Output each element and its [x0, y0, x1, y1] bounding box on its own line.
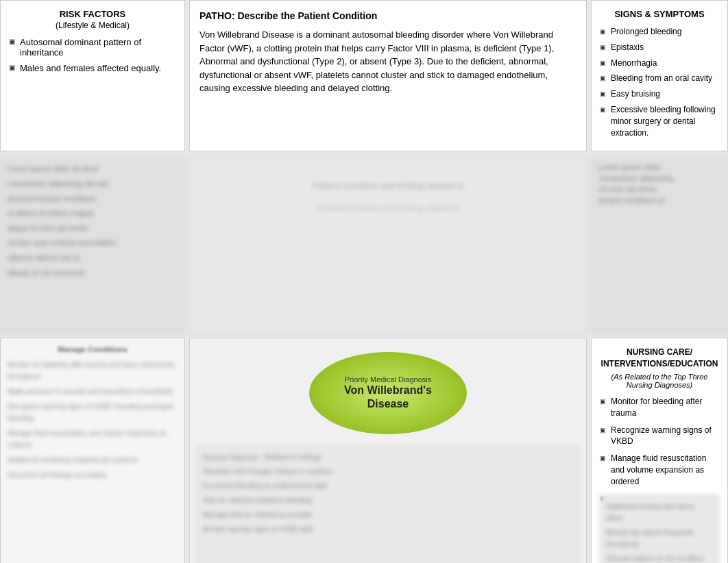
middle-row: Lorem ipsum dolor sit amet consectetur a… [0, 155, 728, 334]
list-item: Monitor for bleeding after trauma [600, 396, 719, 419]
disease-name: Von Willebrand'sDisease [344, 384, 432, 412]
bottom-left-header: Manage Conditions [8, 345, 178, 353]
blur-content-right: Lorem ipsum dolor consectetur adipiscing… [598, 163, 720, 204]
list-item: Excessive bleeding following minor surge… [600, 104, 719, 138]
nursing-care-box: NURSING CARE/ INTERVENTIONS/EDUCATION (A… [591, 338, 728, 563]
list-item: Easy bruising [600, 88, 719, 100]
bottom-center-box: Priority Medical Diagnosis Von Willebran… [189, 338, 587, 563]
risk-factors-list: Autosomal dominant pattern of inheritanc… [9, 37, 176, 73]
top-row: RISK FACTORS (Lifestyle & Medical) Autos… [0, 0, 728, 151]
signs-title: SIGNS & SYMPTOMS [600, 9, 719, 19]
patho-header: PATHO: Describe the Patient Condition [199, 10, 577, 21]
patho-box: PATHO: Describe the Patient Condition Vo… [189, 0, 587, 151]
list-item: Prolonged bleeding [600, 26, 719, 38]
list-item: Manage fluid resuscitation and volume ex… [600, 453, 719, 487]
patho-text: Von Willebrand Disease is a dominant aut… [199, 28, 577, 95]
risk-factors-title: RISK FACTORS [9, 9, 176, 19]
nursing-care-subtitle: (As Related to the Top Three Nursing Dia… [600, 373, 719, 389]
diagnosis-oval: Priority Medical Diagnosis Von Willebran… [309, 352, 467, 434]
risk-factors-box: RISK FACTORS (Lifestyle & Medical) Autos… [0, 0, 185, 151]
nursing-care-list: Monitor for bleeding after trauma Recogn… [600, 396, 719, 488]
signs-list: Prolonged bleeding Epistaxis Menorrhagia… [600, 26, 719, 138]
list-item: Bleeding from an oral cavity [600, 73, 719, 84]
bottom-center-lower: Nursing Diagnosis - Related to findings … [197, 445, 579, 563]
middle-center-box: Patient condition and finding related to… [189, 155, 587, 334]
bottom-left-box: Manage Conditions Monitor for bleeding a… [0, 338, 185, 563]
list-item: Menorrhagia [600, 58, 719, 69]
nursing-care-lower: Additional nursing care items follow Mon… [600, 495, 719, 563]
blur-content: Lorem ipsum dolor sit amet consectetur a… [8, 163, 178, 279]
middle-right-box: Lorem ipsum dolor consectetur adipiscing… [591, 155, 728, 334]
middle-center-content: Patient condition and finding related to… [197, 163, 579, 230]
list-item: Epistaxis [600, 42, 719, 53]
risk-factors-subtitle: (Lifestyle & Medical) [9, 21, 176, 30]
list-item: Recognize warning signs of VKBD [600, 425, 719, 448]
middle-left-box: Lorem ipsum dolor sit amet consectetur a… [0, 155, 185, 334]
list-item: Autosomal dominant pattern of inheritanc… [9, 37, 176, 58]
priority-label: Priority Medical Diagnosis [345, 375, 432, 384]
list-item: Males and females affected equally. [9, 63, 176, 73]
nursing-care-title: NURSING CARE/ INTERVENTIONS/EDUCATION [600, 347, 719, 370]
signs-symptoms-box: SIGNS & SYMPTOMS Prolonged bleeding Epis… [591, 0, 728, 151]
bottom-left-content: Monitor for bleeding after trauma and in… [8, 359, 178, 481]
bottom-row: Manage Conditions Monitor for bleeding a… [0, 338, 728, 563]
